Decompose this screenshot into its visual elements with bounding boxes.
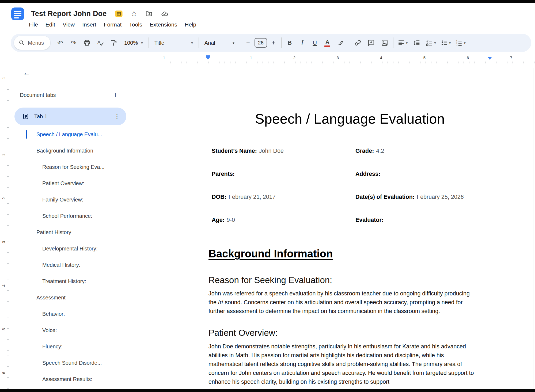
underline-button[interactable]: U [309,36,321,49]
zoom-selector[interactable]: 100% ▾ [120,36,147,49]
text-color-bar [324,45,330,47]
insert-link-button[interactable] [351,36,365,49]
horizontal-ruler: 1 1 2 3 4 5 6 7 [0,55,535,64]
ruler-number: 2 [1,196,6,201]
outline-item[interactable]: Background Information [10,143,162,159]
doc-heading-title[interactable]: Speech / Language Evaluation [208,110,490,127]
font-selector[interactable]: Arial ▾ [201,36,238,49]
ruler-number: 1 [1,153,6,157]
info-cell[interactable]: Evaluator: [355,216,490,224]
spellcheck-button[interactable]: A [94,36,107,49]
tab-more-options-icon[interactable]: ⋮ [113,113,121,120]
paint-format-button[interactable] [107,36,120,49]
menu-edit[interactable]: Edit [42,19,59,30]
redo-button[interactable]: ↷ [67,36,80,49]
info-cell[interactable]: Grade:4.2 [355,147,490,155]
outline-item[interactable]: Behavior: [10,306,162,322]
checklist-button[interactable]: ▾ [423,36,438,49]
tab-label: Tab 1 [34,113,108,120]
ruler-number: 4 [1,283,6,288]
align-button[interactable]: ▾ [395,36,410,49]
add-comment-button[interactable] [365,36,378,49]
paragraph-patient-overview[interactable]: John Doe demonstrates notable strengths,… [208,342,478,386]
star-icon[interactable]: ☆ [131,9,137,18]
search-menus-button[interactable]: Menus [14,36,50,50]
menu-tools[interactable]: Tools [125,19,146,30]
ruler-number: 5 [423,55,426,60]
outline-item[interactable]: Speech Sound Disorde... [10,355,162,371]
subheading-reason-for-seeking-evaluation[interactable]: Reason for Seeking Evaluation: [208,275,490,285]
cloud-status-icon[interactable] [161,10,169,17]
undo-button[interactable]: ↶ [54,36,67,49]
insert-image-button[interactable] [378,36,391,49]
menu-insert[interactable]: Insert [78,19,100,30]
document-outline: Speech / Language Evalu... Background In… [10,126,162,387]
info-cell[interactable]: Address: [355,170,490,178]
decrease-font-size-button[interactable]: − [243,36,253,49]
outline-item[interactable]: School Performance: [10,208,162,224]
document-page[interactable]: Speech / Language Evaluation Student’s N… [165,68,533,392]
outline-item[interactable]: Fluency: [10,338,162,355]
line-spacing-button[interactable] [410,36,423,49]
outline-item[interactable]: Developmental History: [10,241,162,257]
chevron-down-icon: ▾ [449,41,451,45]
ruler-ticks [165,62,535,63]
chevron-down-icon: ▾ [464,41,466,45]
outline-item[interactable]: Assessment Results: [10,371,162,387]
info-cell[interactable]: DOB:February 21, 2017 [212,193,355,201]
outline-item[interactable]: Assessment [10,290,162,306]
bold-button[interactable]: B [283,36,296,49]
paragraph-style-selector[interactable]: Title ▾ [151,36,197,49]
subheading-patient-overview[interactable]: Patient Overview: [208,328,490,338]
back-button[interactable]: ← [20,66,33,79]
menu-view[interactable]: View [59,19,78,30]
menu-help[interactable]: Help [181,19,200,30]
left-margin-marker[interactable] [206,55,210,60]
ruler-number: 3 [1,240,6,245]
add-tab-button[interactable]: + [109,89,122,101]
tab-document-icon [22,113,29,120]
info-cell[interactable]: Date(s) of Evaluation:February 25, 2026 [355,193,490,201]
outline-item[interactable]: Reason for Seeking Eva... [10,159,162,175]
tab-1[interactable]: Tab 1 ⋮ [14,108,126,125]
menu-file[interactable]: File [25,19,42,30]
print-button[interactable] [80,36,94,49]
info-cell[interactable]: Student’s Name:John Doe [212,147,355,155]
outline-item[interactable]: Patient History [10,224,162,241]
right-margin-marker[interactable] [488,57,492,60]
numbered-list-icon: 123 [456,39,462,46]
menu-format[interactable]: Format [100,19,126,30]
numbered-list-button[interactable]: 123 ▾ [453,36,468,49]
ruler-number: 3 [337,55,339,60]
move-icon[interactable] [145,10,153,17]
highlight-color-button[interactable] [334,36,347,49]
outline-item[interactable]: Treatment History: [10,273,162,290]
info-cell[interactable]: Parents: [212,170,355,178]
outline-item[interactable]: Family Overview: [10,192,162,208]
outline-item[interactable]: Speech / Language Evalu... [10,126,162,143]
outline-item[interactable]: Patient Overview: [10,175,162,192]
toolbar-divider [149,37,149,48]
font-size-input[interactable]: 26 [255,38,267,48]
page-content: Speech / Language Evaluation Student’s N… [165,68,533,386]
paint-format-icon [111,40,117,46]
text-color-button[interactable]: A [321,36,334,49]
section-heading-background-information[interactable]: Background Information [208,248,490,260]
ruler-number: 1 [250,55,252,60]
checklist-icon [426,39,433,46]
ruler-ticks [7,68,9,389]
menu-extensions[interactable]: Extensions [146,19,181,30]
docs-logo-icon[interactable] [11,7,25,22]
bulleted-list-button[interactable]: ▾ [438,36,453,49]
document-title-text[interactable]: Test Report John Doe [31,10,107,18]
toolbar: Menus ↶ ↷ A 100% ▾ Title ▾ Arial ▾ − 26 [11,34,531,52]
increase-font-size-button[interactable]: + [268,36,279,49]
text-color-letter: A [325,39,329,45]
italic-button[interactable]: I [296,36,309,49]
outline-item[interactable]: Voice: [10,322,162,338]
highlighter-icon [337,40,344,46]
outline-item[interactable]: Medical History: [10,257,162,273]
spreadsheet-badge-icon[interactable] [115,10,123,17]
info-cell[interactable]: Age:9-0 [212,216,355,224]
paragraph-reason-for-seeking-evaluation[interactable]: John was referred for a speech evaluatio… [208,289,478,316]
